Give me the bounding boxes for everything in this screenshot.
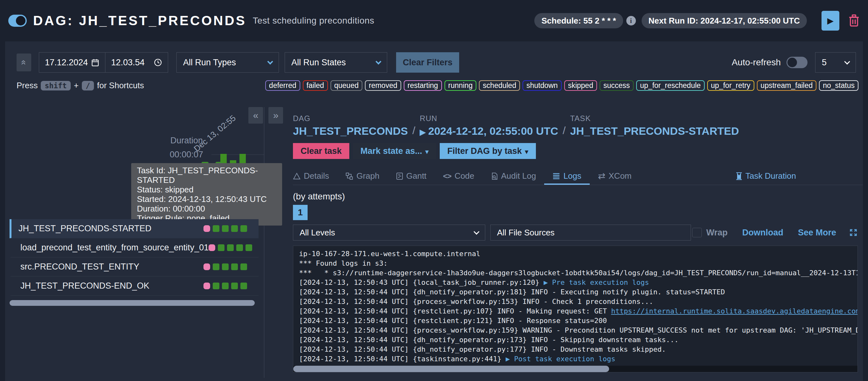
task-instance-square[interactable] <box>213 225 219 232</box>
breadcrumb-dag-link[interactable]: JH_TEST_PRECONDS <box>293 125 408 137</box>
task-name: JH_TEST_PRECONDS-STARTED <box>19 224 152 234</box>
clear-task-button[interactable]: Clear task <box>293 143 349 159</box>
log-section-toggle[interactable]: ▶ Post task execution logs <box>506 355 615 363</box>
run-duration-bars <box>220 154 246 163</box>
task-instance-square[interactable] <box>222 263 228 270</box>
next-run-badge: Next Run ID: 2024-12-17, 02:55:00 UTC <box>642 13 807 28</box>
task-instance-square[interactable] <box>227 244 234 251</box>
task-row[interactable]: JH_TEST_PRECONDS-STARTED <box>9 219 258 238</box>
task-instance-square[interactable] <box>213 283 219 289</box>
log-output: ip-10-167-28-171.eu-west-1.compute.inter… <box>293 245 858 372</box>
run-duration-bar[interactable] <box>230 160 236 163</box>
task-instance-square[interactable] <box>240 263 247 270</box>
log-line: *** * s3://runtime-daggerservice-1ha3do9… <box>299 268 852 278</box>
datetime-picker: 17.12.2024 12.03.54 <box>39 52 168 72</box>
auto-refresh-toggle[interactable] <box>786 57 807 68</box>
task-name: JH_TEST_PRECONDS-END_OK <box>20 281 149 291</box>
delete-dag-button[interactable] <box>848 14 860 27</box>
tab-code[interactable]: <> Code <box>435 167 483 185</box>
run-states-select[interactable]: All Run States <box>285 52 387 72</box>
log-section-toggle[interactable]: ▶ Pre task execution logs <box>544 279 649 286</box>
tab-gantt[interactable]: Gantt <box>388 167 435 185</box>
task-instance-square[interactable] <box>204 225 210 232</box>
tab-details[interactable]: Details <box>293 167 337 185</box>
status-badge: removed <box>365 80 401 91</box>
kbd-slash: / <box>82 81 94 90</box>
trash-icon <box>848 14 860 27</box>
app-header: DAG: JH_TEST_PRECONDS Test scheduling pr… <box>0 0 868 41</box>
task-list: JH_TEST_PRECONDS-STARTED load_precond_te… <box>9 219 258 296</box>
task-instance-square[interactable] <box>204 263 210 270</box>
collapse-filters-button[interactable]: « <box>17 54 31 71</box>
status-badge: deferred <box>265 80 300 91</box>
task-actions: Clear task Mark state as...▾ Filter DAG … <box>293 143 863 159</box>
task-tooltip: Task Id: JH_TEST_PRECONDS-STARTED Status… <box>131 163 282 226</box>
task-instance-square[interactable] <box>231 263 238 270</box>
see-more-link[interactable]: See More <box>798 228 836 238</box>
task-instance-square[interactable] <box>231 225 238 232</box>
task-row[interactable]: JH_TEST_PRECONDS-END_OK <box>9 276 258 296</box>
task-instance-square[interactable] <box>246 244 252 251</box>
shortcut-hint: Press shift + / for Shortcuts <box>17 81 144 90</box>
date-input[interactable]: 17.12.2024 <box>39 53 105 72</box>
breadcrumb: DAG JH_TEST_PRECONDS / RUN ▶2024-12-12, … <box>293 114 863 137</box>
run-duration-bar[interactable] <box>240 154 246 163</box>
toggle-knob <box>787 58 797 67</box>
tab-graph[interactable]: Graph <box>337 167 388 185</box>
log-url-link[interactable]: https://internal.runtime.solita.saasdev.… <box>611 307 858 315</box>
tab-task-duration[interactable]: Task Duration <box>727 167 863 185</box>
breadcrumb-run-link[interactable]: ▶2024-12-12, 02:55:00 UTC <box>420 125 558 137</box>
task-instance-square[interactable] <box>231 283 238 289</box>
task-instance-square[interactable] <box>240 225 247 232</box>
task-row[interactable]: load_precond_test_entity_from_source_ent… <box>9 238 258 257</box>
task-instance-square[interactable] <box>222 283 228 289</box>
tab-xcom[interactable]: ⇄ XCom <box>590 167 640 185</box>
task-instance-square[interactable] <box>209 244 215 251</box>
log-line: [2024-12-13, 12:50:44 UTC] {restclient.p… <box>299 316 852 326</box>
task-row[interactable]: src.PRECOND_TEST_ENTITY <box>9 257 258 276</box>
trigger-dag-button[interactable]: ▶ <box>822 11 839 31</box>
download-link[interactable]: Download <box>742 228 783 238</box>
filter-dag-button[interactable]: Filter DAG by task▾ <box>440 143 536 159</box>
refresh-interval-select[interactable]: 5 <box>815 52 856 72</box>
chevron-down-icon <box>844 59 850 64</box>
tab-audit-log[interactable]: Audit Log <box>483 167 545 185</box>
time-input[interactable]: 12.03.54 <box>105 53 168 72</box>
status-badge: success <box>599 80 633 91</box>
log-scrollbar-track[interactable] <box>293 366 858 372</box>
pane-divider[interactable] <box>264 107 264 378</box>
run-types-value: All Run Types <box>183 58 236 67</box>
log-scrollbar-thumb[interactable] <box>293 366 609 372</box>
main-panel: « 17.12.2024 12.03.54 All Run Types All … <box>5 41 863 381</box>
log-line: [2024-12-13, 12:50:44 UTC] {dh_notify_op… <box>299 287 852 297</box>
tooltip-task-id: Task Id: JH_TEST_PRECONDS-STARTED <box>137 166 276 185</box>
breadcrumb-run-label: RUN <box>420 114 558 123</box>
task-instance-square[interactable] <box>240 283 247 289</box>
task-instance-square[interactable] <box>236 244 243 251</box>
caret-down-icon: ▾ <box>525 148 528 155</box>
task-instance-square[interactable] <box>213 263 219 270</box>
clear-filters-button[interactable]: Clear Filters <box>396 52 459 72</box>
wrap-checkbox[interactable] <box>692 228 702 237</box>
by-attempts-label: (by attempts) <box>293 192 863 202</box>
log-level-select[interactable]: All Levels <box>293 225 485 240</box>
dag-pause-toggle[interactable] <box>8 14 27 27</box>
task-instance-square[interactable] <box>218 244 224 251</box>
tooltip-duration: Duration: 00:00:00 <box>137 204 276 213</box>
mark-state-button[interactable]: Mark state as...▾ <box>353 143 436 159</box>
tab-logs[interactable]: Logs <box>544 167 589 185</box>
status-badge: upstream_failed <box>757 80 817 91</box>
breadcrumb-task-link[interactable]: JH_TEST_PRECONDS-STARTED <box>570 125 739 137</box>
collapse-grid-button[interactable]: « <box>248 107 263 124</box>
task-instance-square[interactable] <box>222 225 228 232</box>
fullscreen-button[interactable] <box>849 228 858 237</box>
run-types-select[interactable]: All Run Types <box>177 52 279 72</box>
run-play-icon: ▶ <box>420 128 425 136</box>
expand-details-button[interactable]: » <box>269 107 283 124</box>
task-instance-square[interactable] <box>204 283 210 289</box>
attempt-1-button[interactable]: 1 <box>293 205 308 220</box>
grid-horizontal-scrollbar[interactable] <box>9 300 255 306</box>
log-level-value: All Levels <box>300 228 335 238</box>
schedule-info-icon[interactable]: i <box>626 16 636 26</box>
file-source-select[interactable]: All File Sources <box>490 225 691 240</box>
